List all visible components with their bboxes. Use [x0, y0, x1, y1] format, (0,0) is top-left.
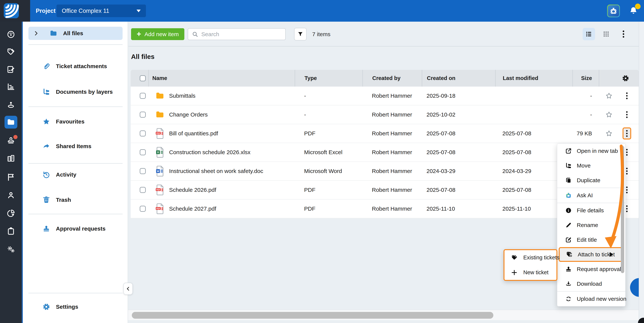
menu-item-file-details[interactable]: File details	[557, 203, 625, 218]
file-name-cell[interactable]: Schedule 2027.pdf	[148, 203, 295, 214]
column-header-created-by[interactable]: Created by	[362, 70, 422, 87]
rail-item-workflow-settings[interactable]	[0, 243, 22, 256]
rail-item-analytics[interactable]	[0, 207, 22, 220]
context-menu-scrollbar-thumb[interactable]	[621, 146, 624, 273]
menu-item-upload-new-version[interactable]: Upload new version	[557, 292, 625, 306]
row-checkbox[interactable]	[140, 93, 146, 99]
notifications-button[interactable]	[628, 5, 638, 16]
menu-item-label: File details	[577, 207, 604, 214]
filter-button[interactable]	[294, 28, 306, 40]
file-type-cell: PDF	[295, 206, 362, 212]
sidebar-item-ticket-attachments[interactable]: Ticket attachments	[28, 60, 122, 73]
sidebar-item-activity[interactable]: Activity	[28, 168, 122, 181]
files-sidebar: All filesTicket attachmentsDocuments by …	[23, 22, 128, 323]
file-name-cell[interactable]: Schedule 2026.pdf	[148, 184, 295, 195]
submenu-item-label: New ticket	[523, 269, 548, 276]
ask-ai-button[interactable]	[607, 4, 620, 17]
table-row[interactable]: Submittals-Robert Hammer2025-09-18-	[131, 87, 639, 105]
row-actions-cell	[599, 90, 639, 102]
file-name-cell[interactable]: Change Orders	[148, 109, 295, 120]
submenu-item-new-ticket[interactable]: New ticket	[504, 265, 556, 280]
favourite-star-icon[interactable]	[605, 130, 613, 137]
column-header-name[interactable]: Name	[148, 70, 295, 87]
row-checkbox[interactable]	[140, 112, 146, 118]
grid-view-toggle[interactable]	[600, 28, 612, 40]
rail-item-contacts[interactable]	[0, 188, 22, 202]
file-name-cell[interactable]: Submittals	[148, 90, 295, 101]
created-on-cell: 2025-11-10	[422, 206, 495, 212]
select-all-checkbox[interactable]	[140, 75, 146, 81]
row-checkbox[interactable]	[140, 168, 146, 174]
rail-item-forms[interactable]	[0, 63, 22, 76]
sidebar-item-approval-requests[interactable]: Approval requests	[28, 222, 122, 235]
rail-item-files[interactable]	[0, 115, 22, 129]
menu-item-move[interactable]: Move	[557, 158, 625, 173]
menu-item-attach-to-ticket[interactable]: Attach to ticket	[559, 247, 624, 262]
file-name[interactable]: Submittals	[169, 93, 196, 99]
row-kebab-button[interactable]	[622, 90, 631, 102]
list-view-toggle[interactable]	[582, 28, 595, 40]
table-settings-gear-icon[interactable]	[622, 74, 629, 82]
file-name[interactable]: Schedule 2026.pdf	[169, 187, 216, 193]
column-header-created-on[interactable]: Created on	[422, 70, 495, 87]
file-name[interactable]: Change Orders	[169, 111, 208, 118]
submenu-item-existing-tickets[interactable]: Existing tickets	[504, 250, 556, 265]
rail-item-approvals[interactable]	[0, 134, 22, 147]
row-checkbox[interactable]	[140, 130, 146, 136]
file-name[interactable]: Instructional sheet on work safety.doc	[169, 168, 263, 174]
file-name-cell[interactable]: Instructional sheet on work safety.doc	[148, 166, 295, 177]
ai-butterfly-icon	[609, 7, 618, 15]
rail-item-site-map[interactable]	[0, 98, 22, 111]
row-checkbox[interactable]	[140, 149, 146, 155]
menu-item-request-approval[interactable]: Request approval	[557, 262, 625, 277]
app-logo[interactable]	[0, 0, 30, 22]
row-checkbox[interactable]	[140, 187, 146, 193]
more-options-button[interactable]	[617, 28, 630, 40]
rail-item-dashboard[interactable]	[0, 28, 22, 41]
file-name[interactable]: Bill of quantities.pdf	[169, 130, 218, 137]
rail-item-company[interactable]	[0, 152, 22, 165]
file-name[interactable]: Schedule 2027.pdf	[169, 206, 216, 212]
row-kebab-button[interactable]	[622, 127, 631, 139]
row-checkbox[interactable]	[140, 206, 146, 212]
menu-item-duplicate[interactable]: Duplicate	[557, 173, 625, 188]
pdf-file-icon	[155, 184, 164, 195]
rail-item-flags[interactable]	[0, 170, 22, 184]
search-input[interactable]	[201, 31, 282, 37]
rail-item-tickets[interactable]	[0, 45, 22, 59]
project-selector[interactable]: Office Complex 11	[56, 4, 146, 17]
sidebar-item-trash[interactable]: Trash	[28, 193, 122, 207]
created-on-cell: 2024-03-29	[422, 168, 495, 174]
column-header-last-modified[interactable]: Last modified	[495, 70, 572, 87]
add-new-item-button[interactable]: + Add new item	[131, 28, 184, 40]
sidebar-item-documents-by-layers[interactable]: Documents by layers	[28, 85, 122, 98]
horizontal-scrollbar-thumb[interactable]	[132, 312, 493, 319]
favourite-star-icon[interactable]	[605, 92, 613, 100]
menu-item-download[interactable]: Download	[557, 277, 625, 291]
file-type-cell: -	[295, 111, 362, 118]
menu-item-open-in-new-tab[interactable]: Open in new tab	[557, 144, 625, 158]
file-name[interactable]: Construction schedule 2026.xlsx	[169, 149, 250, 155]
table-row[interactable]: Change Orders-Robert Hammer2025-10-02-	[131, 105, 639, 124]
pie-icon	[6, 209, 15, 218]
header-select-all	[131, 70, 148, 87]
kebab-icon	[626, 186, 628, 194]
size-cell: -	[572, 111, 599, 118]
sidebar-item-settings[interactable]: Settings	[28, 300, 122, 314]
sidebar-item-shared-items[interactable]: Shared Items	[28, 140, 122, 153]
file-name-cell[interactable]: Construction schedule 2026.xlsx	[148, 147, 295, 158]
column-header-size[interactable]: Size	[572, 70, 599, 87]
row-kebab-button[interactable]	[622, 109, 631, 121]
sidebar-collapse-handle[interactable]	[123, 283, 133, 295]
table-row[interactable]: Bill of quantities.pdfPDFRobert Hammer20…	[131, 124, 639, 143]
favourite-star-icon[interactable]	[605, 111, 613, 118]
menu-item-rename[interactable]: Rename	[557, 218, 625, 233]
menu-item-ask-ai[interactable]: Ask AI	[557, 188, 625, 203]
column-header-type[interactable]: Type	[295, 70, 362, 87]
sidebar-item-favourites[interactable]: Favourites	[28, 115, 122, 128]
file-name-cell[interactable]: Bill of quantities.pdf	[148, 128, 295, 139]
rail-item-reports[interactable]	[0, 80, 22, 93]
menu-item-edit-title[interactable]: Edit title	[557, 233, 625, 247]
rail-item-tasks[interactable]	[0, 225, 22, 238]
sidebar-item-all-files[interactable]: All files	[28, 27, 122, 40]
